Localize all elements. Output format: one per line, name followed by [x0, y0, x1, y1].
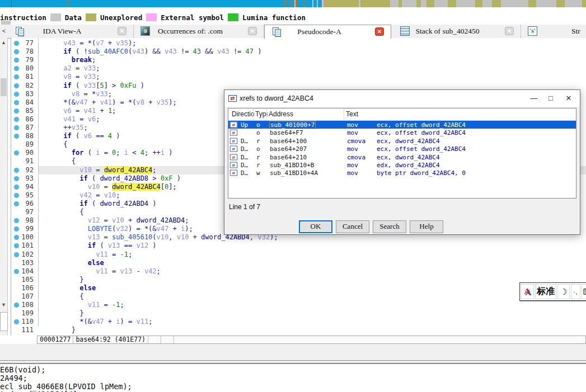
- xref-row[interactable]: ⇄D…rbase64+100cmova ecx, dword_42ABC4: [228, 137, 576, 145]
- xref-row-icon: ⇄: [230, 146, 238, 152]
- help-button[interactable]: Help: [410, 220, 443, 233]
- close-button[interactable]: ✕: [561, 90, 576, 107]
- xref-type: r: [256, 154, 260, 161]
- tab-pseudocode-a[interactable]: Pseudocode-A✕: [264, 25, 391, 39]
- legend-label: External symbol: [161, 13, 224, 22]
- code-line[interactable]: 102 v11 = -1;: [11, 251, 586, 259]
- code-line[interactable]: 104 v11 = v13 - v42;: [11, 267, 586, 276]
- code-line[interactable]: 80 a2 = v33;: [11, 64, 586, 73]
- ime-mode-label[interactable]: 标准: [535, 284, 556, 299]
- tab-close-icon[interactable]: ✕: [118, 27, 126, 35]
- column-header-type[interactable]: Type: [255, 110, 268, 118]
- line-number: 87: [16, 124, 34, 132]
- cancel-button[interactable]: Cancel: [336, 220, 369, 233]
- ime-punctuation-icon[interactable]: ·,: [571, 284, 580, 299]
- xref-row[interactable]: ⇄D…obase64+207mov ecx, offset dword_42AB…: [228, 145, 576, 153]
- code-line[interactable]: 81 v8 = v33;: [11, 73, 586, 81]
- xref-row[interactable]: ⇄obase64+F7mov ecx, offset dword_42ABC4: [228, 129, 576, 136]
- xref-list-header[interactable]: DirectionTypeAddressText: [228, 108, 576, 121]
- column-header-direction[interactable]: Direction: [232, 110, 254, 118]
- dialog-title-bar[interactable]: ⇄ xrefs to dword_42ABC4 — □ ✕: [224, 90, 580, 107]
- legend-swatch-partial: [1, 21, 11, 25]
- xref-list[interactable]: DirectionTypeAddressText ⇄Uposub_401000+…: [228, 108, 576, 199]
- legend-label: Data: [65, 13, 82, 22]
- navband-segment: [421, 0, 426, 7]
- column-header-text[interactable]: Text: [346, 110, 570, 118]
- minimize-button[interactable]: —: [526, 90, 542, 107]
- tab-close-icon[interactable]: ✕: [248, 27, 257, 35]
- line-number: 97: [16, 208, 34, 216]
- code-text: if ( dword_42ABD8 > 0xF ): [39, 174, 181, 183]
- ime-logo-icon[interactable]: A: [521, 284, 534, 299]
- tab-ida-view-a[interactable]: IDA View-A✕: [8, 25, 134, 38]
- xref-row[interactable]: ⇄D…rsub_41BD10+Bmov edx, dword_42ABC4: [228, 161, 576, 169]
- window-bottom-filler: [0, 344, 586, 360]
- scrollbar-thumb[interactable]: [1, 78, 7, 96]
- search-button[interactable]: Search: [373, 220, 406, 233]
- navband-segment: [360, 0, 390, 7]
- tab-occurrences-of-com[interactable]: Occurrences of: .com✕: [134, 25, 264, 38]
- dialog-title: xrefs to dword_42ABC4: [240, 95, 313, 102]
- navband-segment: [434, 0, 448, 7]
- line-number: 77: [16, 39, 34, 48]
- code-line[interactable]: 107 {: [11, 292, 586, 301]
- legend-swatch: [86, 13, 96, 21]
- tab-close-icon[interactable]: ✕: [505, 27, 514, 35]
- code-line[interactable]: 78 if ( !sub_40AFC0(v43) && v43 != 43 &&…: [11, 48, 586, 56]
- navband-segment: [69, 0, 284, 7]
- xref-text: mov edx, dword_42ABC4: [347, 162, 440, 169]
- xref-text: cmova ecx, dword_42ABC4: [347, 138, 440, 145]
- tab-stack-of-sub-402450[interactable]: Stack of sub_402450✕: [391, 25, 521, 38]
- tab-close-icon[interactable]: ✕: [375, 27, 384, 36]
- legend-item: Lumina function: [228, 13, 306, 22]
- tab-label: Pseudocode-A: [265, 27, 374, 36]
- scroll-down-arrow-icon[interactable]: ▼: [0, 302, 7, 308]
- code-line[interactable]: 103 else: [11, 259, 586, 267]
- navband-segment: [482, 0, 492, 7]
- code-line[interactable]: 77 v43 = *(v7 + v35);: [11, 39, 586, 48]
- ime-keyboard-icon[interactable]: ⌨: [582, 284, 586, 299]
- xref-row[interactable]: ⇄Uposub_401000+7mov ecx, offset dword_42…: [228, 121, 576, 129]
- column-separator[interactable]: [266, 108, 267, 120]
- xref-row[interactable]: ⇄D…wsub_41BD10+4Amov byte ptr dword_42AB…: [228, 169, 576, 177]
- code-text: ++v35;: [39, 124, 88, 132]
- xref-address: sub_401000+7: [269, 121, 316, 129]
- code-text: *(&v47 + i) = v11;: [39, 318, 152, 326]
- vertical-scrollbar[interactable]: ▲ ▼: [0, 38, 8, 336]
- status-cell: [161, 336, 174, 343]
- scroll-up-arrow-icon[interactable]: ▲: [0, 40, 7, 45]
- code-text: break;: [39, 56, 96, 64]
- code-line[interactable]: 106 else: [11, 284, 586, 292]
- maximize-button[interactable]: □: [543, 90, 559, 107]
- column-header-address[interactable]: Address: [269, 110, 345, 118]
- docking-splitter-box[interactable]: [0, 312, 8, 331]
- line-number: 96: [16, 200, 34, 208]
- line-number: 101: [16, 242, 34, 250]
- code-line[interactable]: 109 }: [11, 309, 586, 318]
- line-number: 108: [16, 301, 34, 309]
- xref-direction: D…: [241, 145, 248, 153]
- tab-label: IDA View-A: [8, 27, 116, 36]
- line-number: 94: [16, 183, 34, 191]
- code-line[interactable]: 110 *(&v47 + i) = v11;: [11, 318, 586, 326]
- code-line[interactable]: 111 }: [11, 326, 586, 334]
- color-legend: instructionDataUnexploredExternal symbol…: [0, 12, 306, 22]
- legend-label: Lumina function: [242, 13, 306, 22]
- column-separator[interactable]: [253, 108, 254, 120]
- code-line[interactable]: 79 break;: [11, 56, 586, 64]
- tab-scroll-left-button[interactable]: <: [0, 25, 8, 38]
- xref-type: o: [256, 145, 260, 153]
- xref-row[interactable]: ⇄D…rbase64+210cmova ecx, dword_42ABC4: [228, 153, 576, 161]
- ok-button[interactable]: OK: [299, 220, 332, 233]
- tab-str[interactable]: 's'Str: [521, 25, 586, 38]
- code-line[interactable]: 101 if ( v13 == v12 ): [11, 242, 586, 250]
- tab-bar: IDA View-A✕Occurrences of: .com✕Pseudoco…: [8, 25, 586, 39]
- code-line[interactable]: 108 v11 = -1;: [11, 301, 586, 309]
- column-separator[interactable]: [344, 108, 344, 120]
- navigation-band[interactable]: [0, 0, 586, 7]
- code-line[interactable]: 82 if ( v33[5] > 0xFu ): [11, 82, 586, 90]
- ime-halfwidth-moon-icon[interactable]: ☽: [557, 284, 570, 299]
- code-line[interactable]: 105 }: [11, 276, 586, 284]
- ime-toolbar[interactable]: A 标准 ☽ ·, ⌨: [519, 282, 586, 301]
- line-number: 109: [16, 309, 34, 318]
